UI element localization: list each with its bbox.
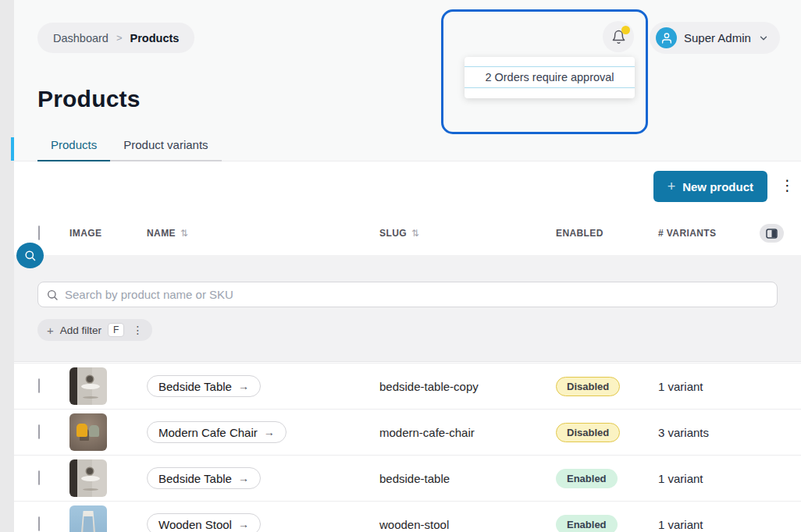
table-row[interactable]: Bedside Table→ bedside-table Enabled 1 v… [14, 456, 801, 502]
tab-product-variants[interactable]: Product variants [110, 138, 221, 160]
filter-kebab-menu[interactable]: ⋮ [132, 324, 143, 336]
add-filter-label: Add filter [60, 325, 101, 336]
breadcrumb-separator: > [116, 32, 123, 44]
sort-icon[interactable]: ⇅ [180, 228, 188, 239]
product-name-link[interactable]: Wooden Stool→ [147, 513, 261, 532]
search-input[interactable] [65, 288, 769, 301]
product-slug: wooden-stool [379, 518, 556, 531]
column-header-enabled: ENABLED [556, 228, 658, 239]
toolbar-kebab-menu[interactable]: ⋮ [780, 176, 795, 196]
notification-item[interactable]: 2 Orders require approval [465, 66, 635, 88]
variant-count: 3 variants [658, 426, 801, 439]
row-checkbox[interactable] [38, 424, 40, 439]
variant-count: 1 variant [658, 518, 801, 531]
table-toolbar: + New product ⋮ [14, 161, 801, 211]
search-icon [23, 249, 37, 262]
breadcrumb: Dashboard > Products [37, 23, 194, 53]
product-image [69, 459, 107, 497]
column-settings-button[interactable] [760, 224, 784, 243]
breadcrumb-dashboard[interactable]: Dashboard [53, 32, 109, 44]
product-name-link[interactable]: Modern Cafe Chair→ [147, 421, 287, 443]
product-name-link[interactable]: Bedside Table→ [147, 375, 261, 397]
add-filter-button[interactable]: + Add filter F ⋮ [37, 319, 152, 341]
new-product-label: New product [682, 180, 753, 193]
search-icon [46, 289, 59, 301]
notifications-button[interactable] [603, 21, 634, 52]
variant-count: 1 variant [658, 472, 801, 485]
row-checkbox[interactable] [38, 470, 40, 485]
column-header-slug[interactable]: SLUG⇅ [379, 228, 556, 239]
product-slug: bedside-table-copy [379, 380, 556, 393]
main-content: Dashboard > Products Super Admin 2 Order… [14, 0, 801, 532]
chevron-down-icon [758, 33, 769, 44]
table-body: Bedside Table→ bedside-table-copy Disabl… [14, 363, 801, 532]
select-all-checkbox[interactable] [38, 225, 40, 240]
search-box [37, 282, 778, 307]
product-image [69, 505, 107, 532]
arrow-right-icon: → [238, 380, 249, 392]
table-row[interactable]: Wooden Stool→ wooden-stool Enabled 1 var… [14, 502, 801, 532]
sort-icon[interactable]: ⇅ [411, 228, 419, 239]
columns-icon [766, 229, 778, 239]
status-badge: Enabled [556, 515, 618, 532]
table-header-row: IMAGE NAME⇅ SLUG⇅ ENABLED # VARIANTS [14, 211, 801, 255]
avatar [656, 27, 677, 48]
row-checkbox[interactable] [38, 516, 40, 531]
variant-count: 1 variant [658, 380, 801, 393]
new-product-button[interactable]: + New product [653, 171, 767, 202]
product-image [69, 413, 107, 451]
arrow-right-icon: → [238, 472, 249, 484]
page-header: Dashboard > Products Super Admin 2 Order… [14, 0, 801, 161]
status-badge: Enabled [556, 469, 618, 488]
page-title: Products [37, 86, 141, 112]
arrow-right-icon: → [264, 426, 275, 438]
floating-search-button[interactable] [16, 243, 44, 268]
product-slug: modern-cafe-chair [379, 426, 556, 439]
tab-products[interactable]: Products [37, 138, 110, 160]
arrow-right-icon: → [238, 518, 249, 530]
column-header-image: IMAGE [69, 228, 147, 239]
table-row[interactable]: Modern Cafe Chair→ modern-cafe-chair Dis… [14, 410, 801, 456]
breadcrumb-current: Products [130, 32, 180, 44]
filter-panel: + Add filter F ⋮ [14, 255, 801, 362]
row-checkbox[interactable] [38, 378, 40, 393]
product-name-link[interactable]: Bedside Table→ [147, 467, 261, 489]
notification-popup: 2 Orders require approval [465, 57, 635, 98]
plus-icon: + [668, 179, 676, 195]
column-header-name[interactable]: NAME⇅ [147, 228, 379, 239]
status-badge: Disabled [556, 423, 620, 442]
tabs: Products Product variants [37, 138, 222, 161]
user-menu[interactable]: Super Admin [650, 22, 780, 54]
user-name: Super Admin [684, 31, 751, 44]
notification-dot [621, 26, 630, 34]
table-row[interactable]: Bedside Table→ bedside-table-copy Disabl… [14, 364, 801, 410]
plus-icon: + [47, 324, 54, 337]
tab-accent-bar [11, 137, 14, 161]
product-image [69, 367, 107, 405]
shortcut-key-badge: F [108, 323, 124, 337]
status-badge: Disabled [556, 377, 620, 396]
product-slug: bedside-table [379, 472, 556, 485]
